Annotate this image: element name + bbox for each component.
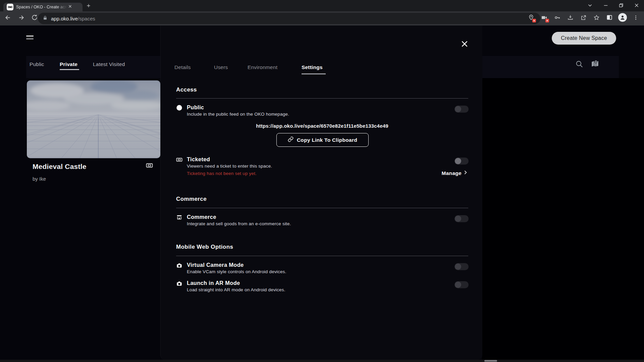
tab-search-icon[interactable] bbox=[587, 2, 593, 10]
section-heading-commerce: Commerce bbox=[176, 196, 207, 202]
new-tab-button[interactable] bbox=[86, 3, 91, 10]
copy-link-label: Copy Link To Clipboard bbox=[297, 137, 357, 143]
divider bbox=[176, 256, 468, 256]
modal-tab-environment[interactable]: Environment bbox=[248, 64, 277, 70]
ticketed-row-title: Ticketed bbox=[187, 156, 210, 163]
url-host: app.oko.live bbox=[51, 16, 78, 21]
divider bbox=[176, 98, 468, 99]
manage-label: Manage bbox=[441, 170, 462, 176]
url-path: /spaces bbox=[78, 16, 95, 21]
modal-close-icon[interactable] bbox=[460, 40, 469, 50]
window-close-button[interactable] bbox=[634, 2, 640, 10]
public-row-title: Public bbox=[187, 104, 204, 111]
section-heading-mobile: Mobile Web Options bbox=[176, 244, 233, 250]
window-restore-button[interactable] bbox=[618, 2, 624, 10]
hamburger-menu-icon[interactable] bbox=[26, 36, 34, 41]
divider bbox=[176, 208, 468, 208]
browser-tab[interactable]: Spaces / OKO - Create across rea bbox=[3, 3, 83, 11]
oko-favicon-icon bbox=[7, 4, 13, 10]
ar-toggle[interactable] bbox=[454, 281, 469, 288]
tab-title: Spaces / OKO - Create across rea bbox=[16, 5, 67, 9]
lock-icon[interactable] bbox=[43, 15, 48, 22]
modal-tab-details[interactable]: Details bbox=[174, 64, 191, 70]
active-tab-underline bbox=[60, 69, 79, 70]
screen: Spaces / OKO - Create across rea bbox=[0, 0, 644, 362]
space-card-title[interactable]: Medieval Castle bbox=[33, 163, 87, 171]
active-modal-tab-underline bbox=[302, 73, 326, 74]
reload-icon[interactable] bbox=[30, 13, 39, 22]
ticketed-toggle[interactable] bbox=[454, 158, 469, 165]
location-blocked-icon[interactable] bbox=[527, 13, 535, 22]
map-icon[interactable] bbox=[591, 60, 599, 70]
forward-icon[interactable] bbox=[17, 13, 25, 22]
spaces-page: Create New Space Public Private Latest V… bbox=[0, 25, 644, 362]
vcam-toggle[interactable] bbox=[454, 263, 469, 270]
modal-tab-users[interactable]: Users bbox=[214, 64, 228, 70]
copy-link-button[interactable]: Copy Link To Clipboard bbox=[276, 133, 369, 147]
share-url: https://app.oko.live/space/6570e82e1f11e… bbox=[176, 123, 468, 129]
tab-public[interactable]: Public bbox=[30, 61, 44, 67]
thumbnail-dim-overlay bbox=[27, 80, 160, 158]
tab-latest-visited[interactable]: Latest Visited bbox=[93, 61, 125, 67]
space-card-thumbnail[interactable] bbox=[27, 80, 160, 158]
profile-avatar[interactable] bbox=[618, 13, 627, 22]
back-icon[interactable] bbox=[3, 13, 12, 22]
manage-link[interactable]: Manage bbox=[426, 170, 468, 177]
compass-icon bbox=[176, 105, 182, 112]
bookmark-star-icon[interactable] bbox=[592, 13, 601, 22]
commerce-row-title: Commerce bbox=[187, 214, 216, 220]
ar-row-title: Launch in AR Mode bbox=[187, 280, 240, 286]
storefront-icon bbox=[176, 214, 182, 222]
browser-toolbar: app.oko.live/spaces bbox=[0, 11, 644, 25]
share-icon[interactable] bbox=[579, 13, 588, 22]
commerce-row-desc: Integrate and sell goods from an e-comme… bbox=[187, 221, 291, 226]
link-icon bbox=[288, 136, 293, 143]
commerce-toggle[interactable] bbox=[454, 215, 469, 222]
ar-row-desc: Load straight into AR mode on Android de… bbox=[187, 287, 285, 292]
space-card-author: by Ike bbox=[33, 176, 46, 182]
space-settings-modal: Details Users Environment Settings Acces… bbox=[160, 25, 482, 360]
section-heading-access: Access bbox=[176, 86, 197, 93]
tab-private[interactable]: Private bbox=[60, 61, 77, 67]
search-icon[interactable] bbox=[575, 60, 584, 70]
ticket-icon bbox=[176, 157, 182, 164]
page-backdrop bbox=[482, 78, 644, 362]
camera-icon bbox=[176, 262, 182, 270]
ticketed-warning: Ticketing has not been set up yet. bbox=[187, 171, 257, 176]
vcam-row-desc: Enable VCam style controls on Android de… bbox=[187, 269, 286, 274]
blocked-badge bbox=[545, 19, 549, 22]
browser-menu-icon[interactable] bbox=[631, 13, 640, 22]
blocked-badge bbox=[532, 19, 536, 22]
scrollbar-thumb[interactable] bbox=[484, 360, 497, 362]
create-new-space-button[interactable]: Create New Space bbox=[552, 32, 616, 45]
key-icon[interactable] bbox=[553, 13, 561, 22]
browser-tabstrip: Spaces / OKO - Create across rea bbox=[0, 0, 644, 11]
ticketed-row-desc: Viewers need a ticket to enter this spac… bbox=[187, 164, 272, 169]
url-bar[interactable]: app.oko.live/spaces bbox=[38, 13, 540, 24]
modal-tab-settings[interactable]: Settings bbox=[302, 64, 323, 70]
horizontal-scrollbar[interactable] bbox=[0, 360, 644, 362]
window-minimize-button[interactable] bbox=[603, 2, 609, 10]
tab-close-icon[interactable] bbox=[68, 4, 72, 10]
chevron-right-icon bbox=[463, 170, 468, 177]
side-panel-icon[interactable] bbox=[605, 13, 614, 22]
vcam-row-title: Virtual Camera Mode bbox=[187, 262, 244, 268]
ticket-icon bbox=[146, 162, 153, 170]
camera-blocked-icon[interactable] bbox=[540, 13, 548, 22]
public-row-desc: Include in the public feed on the OKO ho… bbox=[187, 112, 289, 117]
camera-icon bbox=[176, 281, 182, 288]
public-toggle[interactable] bbox=[454, 106, 469, 113]
install-icon[interactable] bbox=[566, 13, 575, 22]
